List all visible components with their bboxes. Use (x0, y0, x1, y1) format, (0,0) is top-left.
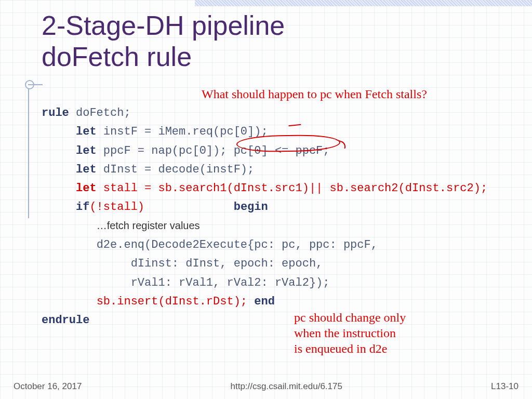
line-fetch-comment: …fetch register values (97, 220, 200, 231)
line-enq2: dIinst: dInst, epoch: epoch, (131, 257, 323, 270)
left-rule-decoration (28, 83, 29, 218)
top-decoration (195, 0, 532, 6)
line-sb-insert: sb.insert(dInst.rDst); (97, 295, 247, 308)
kw-let-red: let (76, 182, 97, 195)
annotation-answer: pc should change only when the instructi… (294, 310, 406, 356)
line-if-cond: (!stall) (89, 201, 144, 214)
rule-name: doFetch; (69, 107, 131, 119)
slide-title: 2-Stage-DH pipeline doFetch rule (42, 10, 285, 73)
kw-endrule: endrule (42, 314, 89, 327)
kw-rule: rule (42, 107, 69, 119)
line-stall: stall = sb.search1(dInst.src1)|| sb.sear… (97, 182, 488, 195)
kw-begin: begin (234, 201, 268, 214)
title-line-1: 2-Stage-DH pipeline (42, 10, 285, 41)
line-enq1: d2e.enq(Decode2Execute{pc: pc, ppc: ppcF… (97, 238, 378, 251)
annotation-answer-l2: when the instruction (294, 326, 396, 340)
slide-footer: October 16, 2017 http://csg.csail.mit.ed… (0, 381, 532, 392)
kw-let: let (76, 163, 97, 176)
kw-end: end (247, 295, 275, 308)
kw-let: let (76, 125, 97, 138)
footer-date: October 16, 2017 (14, 381, 82, 392)
line-ppcf-a: ppcF = nap(pc[0]); (97, 144, 234, 157)
kw-if: if (76, 201, 89, 214)
annotation-question: What should happen to pc when Fetch stal… (202, 87, 427, 101)
line-instf: instF = iMem.req(pc[0]); (97, 125, 268, 138)
annotation-answer-l1: pc should change only (294, 311, 406, 324)
footer-url: http://csg.csail.mit.edu/6.175 (230, 381, 342, 392)
line-enq3: rVal1: rVal1, rVal2: rVal2}); (131, 276, 330, 289)
annotation-answer-l3: is enqueued in d2e (294, 342, 387, 355)
footer-page: L13-10 (491, 381, 518, 392)
title-line-2: doFetch rule (42, 42, 192, 72)
kw-let: let (76, 144, 97, 157)
line-dinst: dInst = decode(instF); (97, 163, 255, 176)
